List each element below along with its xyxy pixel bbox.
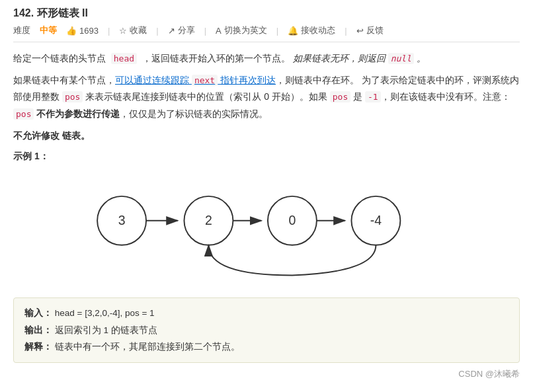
node-2-label: 2: [205, 213, 212, 227]
io-output-line: 输出： 返回索引为 1 的链表节点: [24, 322, 509, 339]
share-icon: ↗: [168, 26, 175, 36]
translate-icon: A: [216, 26, 222, 36]
feedback-label: 反馈: [366, 24, 384, 36]
likes-icon: 👍: [66, 26, 77, 36]
node-0-label: 0: [289, 213, 296, 227]
input-value: head = [3,2,0,-4], pos = 1: [55, 308, 155, 318]
meta-translate[interactable]: A 切换为英文: [216, 24, 267, 36]
io-box: 输入： head = [3,2,0,-4], pos = 1 输出： 返回索引为…: [13, 297, 520, 363]
head-code: head: [111, 53, 137, 64]
pos-code3: pos: [13, 108, 34, 120]
share-label: 分享: [178, 24, 195, 36]
page-title: 142. 环形链表 II: [13, 7, 88, 20]
highlight-1: 可以通过连续跟踪 next 指针再次到达: [115, 75, 276, 85]
desc-para3: 不允许修改 链表。: [13, 128, 520, 144]
input-label: 输入：: [24, 308, 52, 318]
meta-collect[interactable]: ☆ 收藏: [119, 24, 147, 36]
explain-value: 链表中有一个环，其尾部连接到第二个节点。: [55, 342, 240, 352]
output-label: 输出：: [24, 325, 52, 335]
example-label: 示例 1：: [13, 151, 520, 163]
desc-para1: 给定一个链表的头节点 head ，返回链表开始入环的第一个节点。 如果链表无环，…: [13, 50, 520, 67]
translate-label: 切换为英文: [224, 24, 267, 36]
neg1-code: -1: [365, 91, 381, 102]
io-explain-line: 解释： 链表中有一个环，其尾部连接到第二个节点。: [24, 338, 509, 356]
null-code: null: [388, 53, 414, 64]
next-code: next: [192, 75, 218, 86]
meta-notify[interactable]: 🔔 接收动态: [288, 24, 335, 36]
divider-3: |: [204, 26, 206, 36]
io-input-line: 输入： head = [3,2,0,-4], pos = 1: [24, 305, 509, 322]
collect-icon: ☆: [119, 26, 127, 36]
pos-code2: pos: [330, 91, 350, 102]
difficulty-value: 中等: [40, 24, 57, 36]
notify-icon: 🔔: [288, 26, 298, 36]
desc-para2: 如果链表中有某个节点，可以通过连续跟踪 next 指针再次到达，则链表中存在环。…: [13, 72, 520, 122]
divider-2: |: [156, 26, 158, 36]
notify-label: 接收动态: [301, 24, 335, 36]
difficulty-label: 难度: [13, 24, 30, 36]
meta-bar: 难度 中等 👍 1693 | ☆ 收藏 | ↗ 分享 | A 切换为英文 | 🔔…: [13, 24, 520, 42]
back-arrow: [208, 245, 376, 276]
collect-label: 收藏: [130, 24, 147, 36]
linked-list-diagram: 3 2 0 -4: [13, 169, 520, 288]
divider-4: |: [276, 26, 278, 36]
pos-code: pos: [62, 91, 83, 102]
description-area: 给定一个链表的头节点 head ，返回链表开始入环的第一个节点。 如果链表无环，…: [13, 50, 520, 144]
meta-likes[interactable]: 👍 1693: [66, 26, 99, 36]
node-3-label: 3: [118, 213, 126, 227]
divider-1: |: [108, 26, 110, 36]
node-neg4-label: -4: [370, 213, 382, 227]
feedback-icon: ↩: [356, 26, 364, 36]
diagram-area: 3 2 0 -4: [13, 169, 520, 288]
meta-feedback[interactable]: ↩ 反馈: [356, 24, 384, 36]
likes-count: 1693: [79, 26, 99, 36]
output-value: 返回索引为 1 的链表节点: [55, 325, 157, 335]
explain-label: 解释：: [24, 342, 52, 352]
meta-share[interactable]: ↗ 分享: [168, 24, 195, 36]
footer-brand: CSDN @沐曦希: [13, 368, 520, 380]
divider-5: |: [345, 26, 347, 36]
